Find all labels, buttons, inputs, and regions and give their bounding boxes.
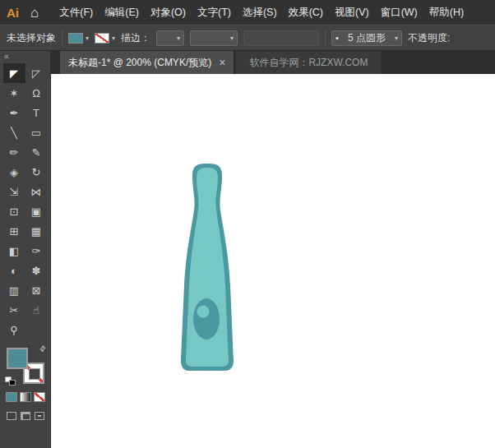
- chevron-down-icon: ▾: [230, 35, 234, 42]
- tool-slice[interactable]: ✂: [3, 300, 25, 320]
- tool-zoom[interactable]: ⚲: [3, 320, 25, 339]
- column-graph-icon: ▥: [9, 284, 19, 297]
- tool-grid: ◤◸✶Ω✒T╲▭✏✎◈↻⇲⋈⊡▣⊞▦◧✑◐✽▥⊠✂☝⚲: [3, 63, 48, 339]
- mesh-icon: ▦: [31, 225, 41, 238]
- stroke-label: 描边：: [121, 31, 150, 45]
- tool-paintbrush[interactable]: ✏: [3, 142, 25, 162]
- rotate-icon: ↻: [32, 166, 41, 178]
- stroke-none-swatch[interactable]: [95, 33, 109, 44]
- tool-artboard[interactable]: ⊠: [25, 280, 48, 300]
- tool-symbol-sprayer[interactable]: ✽: [25, 261, 48, 280]
- close-tab-icon[interactable]: ×: [219, 57, 225, 68]
- menu-item-help[interactable]: 帮助(H): [423, 6, 470, 20]
- default-fill-stroke-icon[interactable]: [5, 376, 16, 386]
- handle-thumb-highlight: [197, 306, 210, 318]
- eyedropper-icon: ✑: [32, 245, 41, 257]
- chevron-down-icon: ▾: [112, 35, 115, 42]
- gradient-button[interactable]: [20, 392, 31, 402]
- fill-color-swatch[interactable]: [68, 33, 83, 44]
- paintbrush-icon: ✏: [10, 146, 19, 159]
- direct-selection-icon: ◸: [32, 67, 40, 80]
- document-tab-title: 未标题-1* @ 200% (CMYK/预览): [68, 56, 211, 70]
- menu-item-select[interactable]: 选择(S): [237, 6, 283, 20]
- tool-width[interactable]: ⋈: [25, 182, 48, 201]
- teal-handle-artwork[interactable]: [181, 163, 235, 375]
- tool-line-segment[interactable]: ╲: [3, 122, 25, 142]
- width-icon: ⋈: [31, 186, 42, 198]
- tool-scale[interactable]: ⇲: [3, 182, 25, 201]
- draw-normal-button[interactable]: [7, 412, 16, 420]
- watermark-label: 软件自学网：RJZXW.COM: [236, 51, 381, 74]
- tool-rotate[interactable]: ↻: [25, 162, 48, 182]
- tool-pen[interactable]: ✒: [3, 103, 25, 122]
- tab-bar: 未标题-1* @ 200% (CMYK/预览) × 软件自学网：RJZXW.CO…: [51, 51, 495, 74]
- stroke-weight-combo[interactable]: ▾: [156, 30, 184, 46]
- none-button[interactable]: [34, 392, 45, 402]
- slice-icon: ✂: [10, 304, 19, 316]
- fill-stroke-widget: ⇄: [5, 346, 46, 386]
- type-icon: T: [33, 107, 39, 119]
- document-tab[interactable]: 未标题-1* @ 200% (CMYK/预览) ×: [60, 51, 234, 74]
- divider: [62, 30, 62, 46]
- zoom-icon: ⚲: [10, 324, 18, 336]
- menubar: Ai ⌂ 文件(F)编辑(E)对象(O)文字(T)选择(S)效果(C)视图(V)…: [0, 0, 495, 25]
- brush-preview-dot-icon: •: [335, 33, 339, 43]
- fill-indicator[interactable]: [7, 348, 28, 369]
- fill-color-dropdown[interactable]: ▾: [68, 33, 89, 44]
- selection-icon: ◤: [10, 67, 18, 80]
- artboard-icon: ⊠: [32, 284, 41, 297]
- menu-item-view[interactable]: 视图(V): [329, 6, 375, 20]
- menu-item-type[interactable]: 文字(T): [192, 6, 237, 20]
- perspective-grid-icon: ⊞: [10, 225, 19, 238]
- tool-pencil[interactable]: ✎: [25, 142, 48, 162]
- tool-mesh[interactable]: ▦: [25, 221, 48, 241]
- brush-definition-combo[interactable]: • 5 点圆形 ▾: [331, 30, 402, 46]
- tool-selection[interactable]: ◤: [3, 63, 25, 83]
- tool-free-transform[interactable]: ⊡: [3, 201, 25, 221]
- app-logo-icon[interactable]: Ai: [7, 6, 19, 20]
- tool-hand[interactable]: ☝: [25, 300, 48, 320]
- home-icon[interactable]: ⌂: [30, 6, 39, 20]
- draw-behind-button[interactable]: [21, 412, 30, 420]
- menu-item-object[interactable]: 对象(O): [145, 6, 192, 20]
- tool-lasso[interactable]: Ω: [25, 83, 48, 103]
- rectangle-icon: ▭: [31, 127, 41, 139]
- tool-magic-wand[interactable]: ✶: [3, 83, 25, 103]
- chevron-down-icon: ▾: [177, 35, 180, 42]
- tool-type[interactable]: T: [25, 103, 48, 122]
- control-bar: 未选择对象 ▾ ▾ 描边： ▾ ▾ • 5 点圆形 ▾ 不透明度:: [0, 25, 495, 51]
- blend-icon: ◐: [11, 265, 17, 277]
- draw-inside-button[interactable]: [35, 412, 44, 420]
- tool-blend[interactable]: ◐: [3, 261, 25, 280]
- menu-item-edit[interactable]: 编辑(E): [99, 6, 145, 20]
- menu-item-file[interactable]: 文件(F): [53, 6, 99, 20]
- color-button[interactable]: [6, 392, 17, 402]
- draw-mode-buttons: [7, 412, 44, 420]
- chevron-down-icon: ▾: [86, 35, 89, 42]
- width-profile-combo[interactable]: ▾: [190, 30, 238, 46]
- tool-column-graph[interactable]: ▥: [3, 280, 25, 300]
- menu-list: 文件(F)编辑(E)对象(O)文字(T)选择(S)效果(C)视图(V)窗口(W)…: [53, 6, 470, 20]
- tool-rectangle[interactable]: ▭: [25, 122, 48, 142]
- stroke-color-dropdown[interactable]: ▾: [95, 33, 115, 44]
- tools-panel-header: «: [0, 51, 50, 63]
- brush-name: 5 点圆形: [348, 31, 386, 45]
- menu-item-window[interactable]: 窗口(W): [375, 6, 423, 20]
- workspace: « ◤◸✶Ω✒T╲▭✏✎◈↻⇲⋈⊡▣⊞▦◧✑◐✽▥⊠✂☝⚲ ⇄: [0, 51, 495, 448]
- eraser-icon: ◈: [10, 166, 18, 178]
- tool-eraser[interactable]: ◈: [3, 162, 25, 182]
- scale-icon: ⇲: [10, 186, 19, 198]
- magic-wand-icon: ✶: [10, 87, 19, 99]
- tool-gradient[interactable]: ◧: [3, 241, 25, 261]
- swap-fill-stroke-icon[interactable]: ⇄: [38, 344, 48, 353]
- chevron-down-icon: ▾: [395, 35, 398, 42]
- tool-shape-builder[interactable]: ▣: [25, 201, 48, 221]
- tool-direct-selection[interactable]: ◸: [25, 63, 48, 83]
- canvas[interactable]: [51, 74, 495, 448]
- hand-icon: ☝: [33, 304, 39, 316]
- tool-perspective-grid[interactable]: ⊞: [3, 221, 25, 241]
- selection-status: 未选择对象: [7, 31, 56, 45]
- collapse-panel-icon[interactable]: «: [4, 52, 9, 61]
- menu-item-effect[interactable]: 效果(C): [283, 6, 329, 20]
- tool-eyedropper[interactable]: ✑: [25, 241, 48, 261]
